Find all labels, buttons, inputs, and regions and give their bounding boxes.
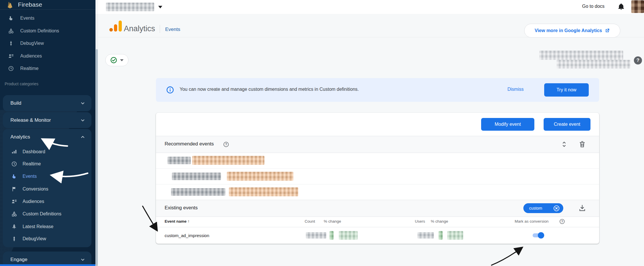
sidebar-item-label: Events [23, 174, 37, 179]
event-name-redacted [172, 173, 221, 180]
sidebar-item-label: Custom Definitions [20, 28, 59, 34]
window-edge-highlight [0, 264, 95, 266]
sidebar-item-events[interactable]: Events [3, 170, 91, 182]
sidebar-item-label: Custom Definitions [23, 211, 61, 217]
project-selector[interactable] [158, 6, 162, 8]
caret-down-icon [158, 6, 162, 8]
project-name-redacted [106, 3, 154, 11]
sidebar-item-label: Events [20, 16, 34, 21]
events-table-header: Event name ↑ Count % change Users % chan… [156, 216, 599, 227]
sidebar-group-release-monitor[interactable]: Release & Monitor [3, 112, 91, 128]
firebase-flame-icon [6, 1, 14, 8]
sidebar-group-engage[interactable]: Engage [3, 252, 91, 266]
chevron-down-icon [80, 117, 86, 123]
change-arrow-redacted [330, 231, 334, 240]
app-stream-status-selector[interactable] [105, 54, 128, 66]
sidebar-item-custom-definitions-top[interactable]: Custom Definitions [0, 25, 95, 36]
sidebar-item-latest-release[interactable]: Latest Release [3, 221, 91, 233]
sidebar-item-dashboard[interactable]: Dashboard [3, 146, 91, 158]
event-table-row[interactable]: custom_ad_impression [156, 227, 599, 244]
chevron-up-icon [80, 134, 86, 140]
go-to-docs-link[interactable]: Go to docs [582, 4, 604, 9]
debug-icon [8, 40, 14, 47]
sidebar-item-debugview[interactable]: DebugView [3, 233, 91, 245]
custom-filter-chip[interactable]: custom [523, 203, 563, 213]
view-more-label: View more in Google Analytics [535, 28, 602, 33]
sidebar-item-custom-definitions[interactable]: Custom Definitions [3, 208, 91, 220]
shapes-icon [11, 211, 17, 217]
view-more-in-ga-button[interactable]: View more in Google Analytics [524, 24, 620, 38]
column-percent-change[interactable]: % change [324, 219, 341, 223]
svg-text:?: ? [561, 220, 563, 223]
svg-text:?: ? [225, 143, 227, 146]
sidebar-item-conversions[interactable]: Conversions [3, 183, 91, 195]
sidebar-item-realtime-top[interactable]: Realtime [0, 63, 95, 74]
sidebar-item-label: Audiences [20, 53, 42, 59]
sidebar-item-audiences[interactable]: Audiences [3, 195, 91, 208]
group-label: Build [10, 100, 21, 106]
external-link-icon [605, 28, 610, 33]
info-icon [166, 86, 174, 94]
sidebar-item-debugview-top[interactable]: DebugView [0, 38, 95, 49]
shapes-icon [8, 27, 14, 34]
users-value-redacted [417, 232, 434, 239]
firebase-brand[interactable]: Firebase [0, 0, 95, 10]
chevron-down-icon [80, 257, 86, 263]
event-name-cell: custom_ad_impression [165, 233, 209, 238]
sidebar-group-analytics-header[interactable]: Analytics [3, 129, 91, 145]
caret-down-icon [120, 59, 124, 61]
flag-icon [11, 186, 17, 192]
download-icon[interactable] [578, 204, 586, 212]
sidebar-item-label: Realtime [20, 66, 38, 71]
sidebar-item-label: Realtime [23, 161, 41, 167]
sidebar-item-label: DebugView [23, 236, 46, 241]
event-name-redacted [168, 157, 191, 164]
column-users[interactable]: Users [415, 219, 425, 223]
check-circle-icon [110, 57, 117, 64]
scrollbar-thumb[interactable] [96, 49, 98, 266]
help-icon[interactable]: ? [634, 56, 642, 64]
sidebar-scrollbar[interactable] [95, 14, 98, 266]
column-event-name[interactable]: Event name ↑ [165, 219, 189, 223]
product-name: Analytics [124, 24, 155, 33]
group-label: Release & Monitor [10, 117, 51, 123]
help-outline-icon[interactable]: ? [559, 219, 565, 224]
recommended-event-row[interactable] [156, 184, 599, 200]
rocket-icon [11, 223, 17, 230]
mark-as-conversion-toggle[interactable] [533, 232, 544, 239]
notifications-bell-icon[interactable] [617, 3, 625, 12]
sidebar-item-audiences-top[interactable]: Audiences [0, 51, 95, 62]
column-count[interactable]: Count [305, 219, 315, 223]
recommended-event-row[interactable] [156, 152, 599, 169]
group-label: Analytics [10, 134, 30, 140]
dismiss-button[interactable]: Dismiss [507, 87, 524, 92]
user-avatar[interactable] [631, 0, 644, 13]
column-users-percent-change[interactable]: % change [431, 219, 448, 223]
modify-event-button[interactable]: Modify event [481, 118, 534, 131]
create-event-button[interactable]: Create event [544, 118, 590, 131]
debug-icon [11, 236, 17, 242]
try-it-now-button[interactable]: Try it now [544, 83, 589, 97]
events-card: Modify event Create event Recommended ev… [156, 113, 599, 244]
header-divider [160, 25, 160, 33]
main-content: Go to docs Analytics Events View more in… [98, 0, 644, 266]
bar-chart-icon [11, 149, 17, 155]
event-description-redacted [229, 187, 298, 196]
event-description-redacted [192, 156, 264, 165]
recommended-event-row[interactable] [156, 168, 599, 184]
product-categories-label: Product categories [5, 82, 38, 86]
clock-icon [8, 65, 14, 72]
trash-icon[interactable] [578, 140, 586, 148]
help-outline-icon[interactable]: ? [223, 141, 229, 147]
sidebar-item-events-top[interactable]: Events [0, 13, 95, 24]
event-description-redacted [227, 172, 293, 181]
sidebar-group-build[interactable]: Build [3, 95, 91, 111]
info-banner: You can now create and manage custom dim… [156, 78, 599, 102]
sidebar-item-realtime[interactable]: Realtime [3, 158, 91, 170]
date-range-redacted [539, 51, 623, 60]
unfold-sort-icon[interactable] [560, 141, 568, 148]
close-icon[interactable] [553, 205, 560, 212]
chevron-down-icon [80, 100, 86, 106]
percent-change-redacted [339, 231, 358, 240]
sidebar-item-label: Audiences [23, 199, 44, 204]
